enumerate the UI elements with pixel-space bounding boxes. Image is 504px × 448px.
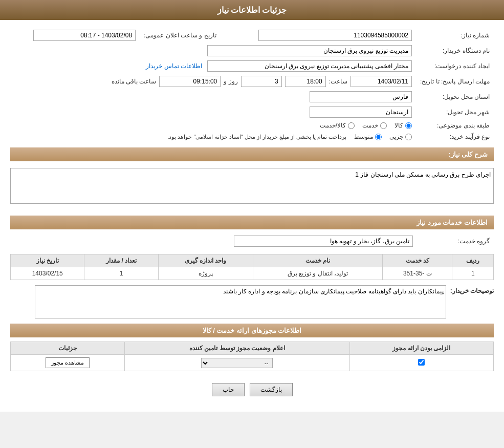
deadline-days-label: روز و: [224, 78, 237, 85]
deadline-days-input: [241, 76, 282, 87]
table-row: 1 ت -35-351 تولید، انتقال و توزیع برق پر…: [11, 267, 494, 280]
perm-required-checkbox[interactable]: [418, 359, 425, 366]
service-group-input: [234, 236, 413, 247]
col-date: تاریخ نیاز: [11, 254, 84, 267]
purchase-jozi-option[interactable]: جزیی: [389, 133, 412, 140]
need-number-input[interactable]: [258, 30, 412, 41]
perm-table-row: -- مشاهده مجوز: [11, 355, 494, 371]
contact-link[interactable]: اطلاعات تماس خریدار: [146, 62, 202, 70]
col-code: کد خدمت: [383, 254, 452, 267]
row-quantity: 1: [84, 267, 158, 280]
row-unit: پروژه: [158, 267, 253, 280]
buyer-description-label: توصیحات خریدار:: [450, 285, 494, 294]
deadline-label: مهلت ارسال پاسخ: تا تاریخ:: [416, 74, 494, 89]
province-label: استان محل تحویل:: [416, 89, 494, 104]
bottom-buttons: بازگشت چاپ: [10, 375, 494, 404]
permissions-table: الزامی بودن ارائه مجوز اعلام وضعیت مجوز …: [10, 342, 494, 371]
deadline-time-input: [285, 76, 326, 87]
service-group-label: گروه خدمت:: [417, 233, 494, 249]
category-label: طبقه بندی موضوعی:: [416, 120, 494, 131]
category-both-option[interactable]: کالا/خدمت: [320, 122, 355, 129]
services-section-label: اطلاعات خدمات مورد نیاز: [417, 219, 488, 226]
purchase-type-label: نوع فرآیند خرید:: [416, 131, 494, 142]
deadline-date-input: [350, 76, 412, 87]
perm-col-details: جزئیات: [11, 342, 125, 355]
row-name: تولید، انتقال و توزیع برق: [253, 267, 383, 280]
col-row: ردیف: [452, 254, 494, 267]
back-button[interactable]: بازگشت: [250, 383, 293, 396]
city-input: [310, 106, 412, 118]
services-data-table: ردیف کد خدمت نام خدمت واحد اندازه گیری ت…: [10, 254, 494, 280]
permissions-section-label: اطلاعات مجوزهای ارائه خدمت / کالا: [203, 327, 302, 334]
perm-status-cell: --: [124, 355, 349, 371]
category-both-label: کالا/خدمت: [320, 122, 346, 129]
row-number: 1: [452, 267, 494, 280]
purchase-motavasset-label: متوسط: [354, 133, 373, 140]
perm-col-required: الزامی بودن ارائه مجوز: [349, 342, 493, 355]
purchase-note: پرداخت تمام یا بخشی از مبلغ خریدار از مح…: [167, 134, 346, 140]
category-kala-option[interactable]: کالا: [395, 122, 412, 129]
date-label: تاریخ و ساعت اعلان عمومی:: [140, 28, 227, 43]
col-name: نام خدمت: [253, 254, 383, 267]
page-header: جزئیات اطلاعات نیاز: [0, 0, 504, 20]
need-number-label: شماره نیاز:: [416, 28, 494, 43]
purchase-motavasset-radio[interactable]: [375, 134, 382, 140]
creator-label: ایجاد کننده درخواست:: [416, 58, 494, 74]
perm-details-cell: مشاهده مجوز: [11, 355, 125, 371]
need-description-textarea[interactable]: اجرای طرح برق رسانی به مسکن ملی ارسنجان …: [10, 168, 494, 204]
category-both-radio[interactable]: [348, 122, 355, 129]
purchase-jozi-radio[interactable]: [405, 134, 412, 140]
services-section-header: اطلاعات خدمات مورد نیاز: [10, 216, 494, 229]
category-khedmat-option[interactable]: خدمت: [362, 122, 387, 129]
buyer-name-label: نام دستگاه خریدار:: [416, 43, 494, 58]
purchase-motavasset-option[interactable]: متوسط: [354, 133, 382, 140]
need-description-header-label: شرح کلی نیاز:: [448, 151, 488, 158]
page-wrapper: جزئیات اطلاعات نیاز شماره نیاز: تاریخ و …: [0, 0, 504, 412]
buyer-description-textarea[interactable]: پیمانکاران باید دارای گواهینامه صلاحیت پ…: [35, 285, 446, 318]
purchase-jozi-label: جزیی: [389, 133, 403, 140]
perm-required-cell: [349, 355, 493, 371]
creator-input: [207, 60, 412, 72]
deadline-remaining-input: [159, 76, 221, 87]
form-table: شماره نیاز: تاریخ و ساعت اعلان عمومی: نا…: [10, 28, 494, 142]
category-kala-radio[interactable]: [405, 122, 412, 129]
perm-col-status: اعلام وضعیت مجوز توسط تامین کننده: [124, 342, 349, 355]
category-kala-label: کالا: [395, 122, 403, 129]
col-quantity: تعداد / مقدار: [84, 254, 158, 267]
row-code: ت -35-351: [383, 267, 452, 280]
perm-status-select[interactable]: --: [201, 358, 273, 368]
city-label: شهر محل تحویل:: [416, 104, 494, 120]
view-permit-button[interactable]: مشاهده مجوز: [46, 357, 90, 368]
service-group-table: گروه خدمت:: [10, 233, 494, 249]
buyer-description-container: توصیحات خریدار: پیمانکاران باید دارای گو…: [10, 285, 494, 318]
date-input: [33, 30, 136, 41]
buyer-name-input: [207, 45, 412, 56]
row-date: 1403/02/15: [11, 267, 84, 280]
deadline-remaining-label: ساعت باقی مانده: [112, 78, 157, 85]
print-button[interactable]: چاپ: [212, 383, 245, 396]
province-input: [310, 91, 412, 102]
col-unit: واحد اندازه گیری: [158, 254, 253, 267]
category-khedmat-radio[interactable]: [380, 122, 387, 129]
need-description-container: اجرای طرح برق رسانی به مسکن ملی ارسنجان …: [10, 165, 494, 210]
deadline-time-label: ساعت:: [329, 78, 347, 85]
need-description-section-header: شرح کلی نیاز:: [10, 147, 494, 161]
permissions-section-header: اطلاعات مجوزهای ارائه خدمت / کالا: [10, 324, 494, 337]
category-khedmat-label: خدمت: [362, 122, 378, 129]
page-title: جزئیات اطلاعات نیاز: [217, 6, 287, 14]
main-content: شماره نیاز: تاریخ و ساعت اعلان عمومی: نا…: [0, 20, 504, 412]
